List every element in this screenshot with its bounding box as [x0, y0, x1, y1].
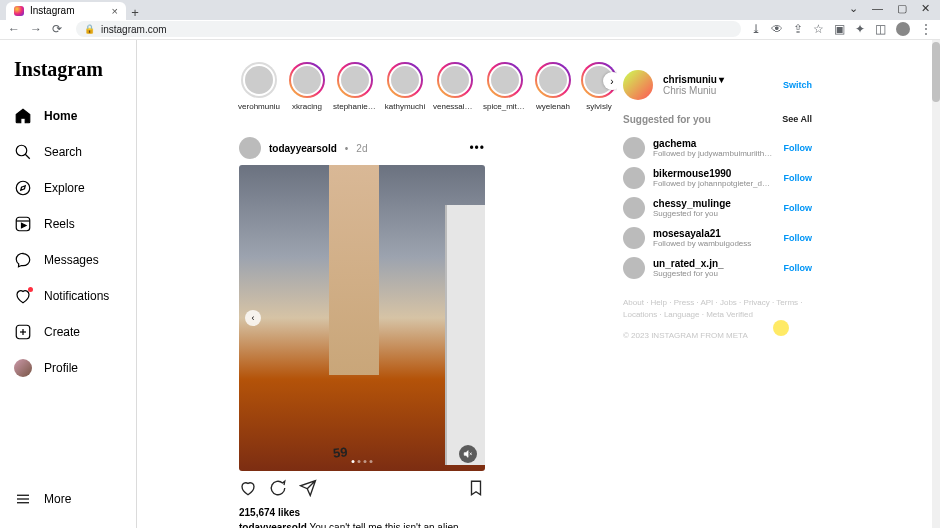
app: Instagram Home Search Explore Reels Mess… [0, 40, 940, 528]
footer-link[interactable]: Locations [623, 310, 664, 319]
footer-link[interactable]: Language [664, 310, 706, 319]
install-icon[interactable]: ⤓ [751, 22, 761, 36]
nav-notifications[interactable]: Notifications [10, 279, 126, 313]
follow-button[interactable]: Follow [784, 233, 813, 243]
nav-reels[interactable]: Reels [10, 207, 126, 241]
post-author-avatar[interactable] [239, 137, 261, 159]
suggested-avatar[interactable] [623, 227, 645, 249]
suggested-username[interactable]: mosesayala21 [653, 228, 751, 239]
nav-home[interactable]: Home [10, 99, 126, 133]
footer-link[interactable]: Privacy [744, 298, 777, 307]
suggested-username[interactable]: chessy_mulinge [653, 198, 731, 209]
media-shape [445, 205, 485, 465]
feed: verohmuniuxkracingstephanie_j...kathymuc… [137, 40, 617, 528]
footer-link[interactable]: About [623, 298, 651, 307]
suggested-subtext: Followed by wambuigodess [653, 239, 751, 248]
page-scrollbar[interactable] [932, 40, 940, 528]
suggested-title: Suggested for you [623, 114, 711, 125]
suggested-username[interactable]: gachema [653, 138, 773, 149]
suggested-avatar[interactable] [623, 257, 645, 279]
right-column: chrismuniu▾ Chris Muniu Switch Suggested… [617, 40, 822, 528]
nav-profile[interactable]: Profile [10, 351, 126, 385]
nav-create[interactable]: Create [10, 315, 126, 349]
current-user-avatar[interactable] [623, 70, 653, 100]
address-bar[interactable]: 🔒 instagram.com [76, 21, 741, 37]
footer-link[interactable]: Jobs [720, 298, 744, 307]
eye-off-icon[interactable]: 👁 [771, 22, 783, 36]
chrome-menu-icon[interactable]: ⋮ [920, 22, 932, 36]
post-author-username[interactable]: todayyearsold [269, 143, 337, 154]
share-button[interactable] [299, 479, 317, 501]
browser-tab[interactable]: Instagram × [6, 2, 126, 20]
story-item[interactable]: spice_mitchy [485, 62, 525, 111]
nav-label: Notifications [44, 289, 109, 303]
story-username: verohmuniu [238, 102, 280, 111]
extensions-icon[interactable]: ✦ [855, 22, 865, 36]
post-likes[interactable]: 215,674 likes [239, 505, 485, 520]
follow-button[interactable]: Follow [784, 173, 813, 183]
current-user-username[interactable]: chrismuniu▾ [663, 74, 724, 85]
toolbar: ← → ⟳ 🔒 instagram.com ⤓ 👁 ⇪ ☆ ▣ ✦ ◫ ⋮ [0, 20, 940, 40]
post-caption: todayyearsold You can't tell me this isn… [239, 520, 485, 528]
nav-more[interactable]: More [10, 482, 126, 516]
chevron-down-icon[interactable]: ▾ [719, 74, 724, 85]
story-item[interactable]: wyelenah [535, 62, 571, 111]
footer-link[interactable]: Terms [776, 298, 802, 307]
window-maximize-icon[interactable]: ▢ [897, 2, 907, 15]
svg-marker-6 [22, 223, 27, 228]
chrome-profile-avatar[interactable] [896, 22, 910, 36]
like-button[interactable] [239, 479, 257, 501]
window-close-icon[interactable]: ✕ [921, 2, 930, 15]
suggested-avatar[interactable] [623, 167, 645, 189]
post-media[interactable]: 59 ‹ [239, 165, 485, 471]
sidepanel-icon[interactable]: ◫ [875, 22, 886, 36]
nav-explore[interactable]: Explore [10, 171, 126, 205]
story-username: spice_mitchy [483, 102, 527, 111]
follow-button[interactable]: Follow [784, 263, 813, 273]
suggested-item: gachemaFollowed by judywambuimuriithi + … [623, 133, 812, 163]
suggested-avatar[interactable] [623, 137, 645, 159]
caption-username[interactable]: todayyearsold [239, 522, 307, 528]
post-more-button[interactable]: ••• [469, 141, 485, 155]
see-all-link[interactable]: See All [782, 114, 812, 125]
camera-icon[interactable]: ▣ [834, 22, 845, 36]
back-button[interactable]: ← [8, 22, 20, 36]
switch-account-button[interactable]: Switch [783, 80, 812, 90]
bookmark-star-icon[interactable]: ☆ [813, 22, 824, 36]
lock-icon: 🔒 [84, 24, 95, 34]
nav-search[interactable]: Search [10, 135, 126, 169]
story-item[interactable]: kathymuchi [385, 62, 425, 111]
window-minimize-icon[interactable]: — [872, 2, 883, 15]
suggested-username[interactable]: bikermouse1990 [653, 168, 773, 179]
nav: Home Search Explore Reels Messages N [10, 99, 126, 385]
story-item[interactable]: verohmuniu [239, 62, 279, 111]
scrollbar-thumb[interactable] [932, 42, 940, 102]
post: todayyearsold • 2d ••• 59 ‹ [239, 131, 485, 528]
footer-link[interactable]: Meta Verified [706, 310, 753, 319]
forward-button[interactable]: → [30, 22, 42, 36]
footer-link[interactable]: Help [651, 298, 674, 307]
save-button[interactable] [467, 479, 485, 501]
window-chevron-icon[interactable]: ⌄ [849, 2, 858, 15]
follow-button[interactable]: Follow [784, 203, 813, 213]
stories-next-button[interactable]: › [603, 72, 617, 90]
story-item[interactable]: xkracing [289, 62, 325, 111]
suggested-username[interactable]: un_rated_x.jn_ [653, 258, 724, 269]
media-prev-button[interactable]: ‹ [245, 310, 261, 326]
footer-link[interactable]: Press [674, 298, 701, 307]
nav-messages[interactable]: Messages [10, 243, 126, 277]
story-item[interactable]: venessalwila [435, 62, 475, 111]
share-icon[interactable]: ⇪ [793, 22, 803, 36]
footer-link[interactable]: API [700, 298, 720, 307]
tab-close-icon[interactable]: × [112, 5, 118, 17]
nav-label: Home [44, 109, 77, 123]
reload-button[interactable]: ⟳ [52, 22, 62, 36]
comment-button[interactable] [269, 479, 287, 501]
story-item[interactable]: stephanie_j... [335, 62, 375, 111]
instagram-logo[interactable]: Instagram [10, 58, 126, 99]
follow-button[interactable]: Follow [784, 143, 813, 153]
new-tab-button[interactable]: + [126, 5, 144, 20]
suggested-avatar[interactable] [623, 197, 645, 219]
mute-button[interactable] [459, 445, 477, 463]
caption-text: You can't tell me this isn't an alien... [307, 522, 467, 528]
